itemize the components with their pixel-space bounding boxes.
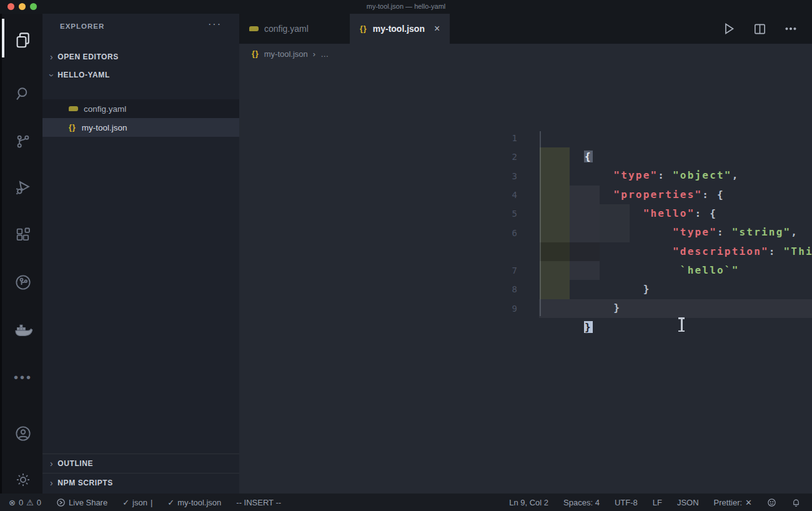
error-icon: ⊗	[9, 498, 16, 507]
breadcrumb: {} my-tool.json › …	[239, 44, 812, 64]
indentation-setting[interactable]: Spaces: 4	[563, 498, 600, 507]
activity-bar: •••	[0, 14, 42, 494]
file-name: config.yaml	[84, 104, 126, 114]
yaml-file-icon	[69, 106, 78, 111]
tab-label: my-tool.json	[373, 24, 425, 34]
json-string: "This is a description for	[784, 246, 812, 257]
vim-mode-indicator[interactable]: -- INSERT --	[236, 498, 281, 507]
line-number: 9	[478, 299, 517, 318]
outline-label: OUTLINE	[57, 459, 93, 468]
close-brace: }	[643, 283, 651, 295]
account-icon[interactable]	[4, 416, 42, 451]
outline-section[interactable]: › OUTLINE	[42, 454, 239, 473]
block-cursor: }	[584, 321, 593, 333]
extensions-icon[interactable]	[4, 217, 42, 252]
editor-actions	[721, 14, 798, 44]
file-item-config-yaml[interactable]: config.yaml	[42, 99, 239, 118]
check-icon: ✓	[122, 498, 129, 507]
warning-icon: ⚠	[26, 498, 34, 507]
line-number: 6	[478, 224, 517, 242]
status-right: Ln 9, Col 2 Spaces: 4 UTF-8 LF JSON Pret…	[509, 498, 801, 507]
mouse-ibeam-cursor	[678, 317, 685, 332]
code-line-9[interactable]: }	[540, 299, 593, 318]
live-share-status[interactable]: Live Share	[56, 498, 107, 507]
file-item-my-tool-json[interactable]: {} my-tool.json	[42, 118, 239, 137]
npm-scripts-label: NPM SCRIPTS	[57, 479, 113, 487]
title-bar: my-tool.json — hello-yaml	[0, 0, 812, 14]
chevron-right-icon: ›	[50, 478, 53, 488]
folder-section[interactable]: › HELLO-YAML	[42, 66, 239, 83]
breadcrumb-file[interactable]: my-tool.json	[264, 49, 308, 59]
search-icon[interactable]	[4, 76, 42, 111]
tab-config-yaml[interactable]: config.yaml	[239, 14, 319, 44]
json-file-icon: {}	[360, 24, 367, 33]
sidebar-title: EXPLORER	[60, 22, 104, 30]
more-actions-icon[interactable]	[783, 21, 798, 36]
encoding-setting[interactable]: UTF-8	[615, 498, 638, 507]
problems-indicator[interactable]: ⊗ 0 ⚠ 0	[9, 498, 41, 507]
vscode-window: my-tool.json — hello-yaml	[0, 0, 812, 511]
code-line-2[interactable]: "type": "object",	[540, 147, 740, 166]
error-count: 0	[19, 498, 23, 507]
settings-gear-icon[interactable]	[4, 462, 42, 497]
explorer-icon[interactable]	[4, 22, 42, 57]
chevron-right-icon: ›	[50, 52, 53, 62]
tab-label: config.yaml	[264, 24, 309, 34]
close-tab-icon[interactable]: ×	[434, 23, 440, 34]
line-number: 8	[478, 280, 517, 299]
punctuation: ,	[732, 169, 740, 181]
line-number: 3	[478, 167, 517, 186]
line-number: 1	[478, 129, 517, 147]
breadcrumb-more[interactable]: …	[320, 49, 329, 59]
run-file-icon[interactable]	[721, 21, 736, 36]
breadcrumb-separator: ›	[313, 49, 315, 59]
code-line-3[interactable]: "properties": {	[540, 167, 725, 186]
code-editor[interactable]: 1 2 3 4 5 6 7 8 9 { "type": "object", "p…	[239, 64, 812, 494]
npm-scripts-section[interactable]: › NPM SCRIPTS	[42, 473, 239, 492]
code-line-6[interactable]: "description": "This is a description fo…	[540, 224, 812, 242]
yaml-file-icon	[249, 26, 259, 31]
json-file-icon: {}	[252, 49, 259, 58]
task-label: json	[132, 498, 147, 507]
status-left: ⊗ 0 ⚠ 0 Live Share ✓ json | ✓ my-tool.js…	[9, 498, 281, 507]
additional-views-icon[interactable]: •••	[4, 360, 42, 395]
code-line-7[interactable]: }	[540, 261, 651, 280]
notifications-bell-icon[interactable]	[791, 498, 801, 507]
separator: |	[151, 498, 152, 507]
cursor-position[interactable]: Ln 9, Col 2	[509, 498, 548, 507]
prettier-state-icon: ✕	[745, 498, 752, 507]
sidebar-header: EXPLORER ···	[42, 14, 239, 40]
open-editors-section[interactable]: › OPEN EDITORS	[42, 48, 239, 65]
feedback-icon[interactable]	[767, 498, 776, 507]
check-icon: ✓	[167, 498, 174, 507]
file-status[interactable]: ✓ my-tool.json	[167, 498, 221, 507]
close-brace: }	[613, 302, 621, 314]
tab-my-tool-json[interactable]: {} my-tool.json ×	[350, 14, 450, 44]
code-line-5[interactable]: "type": "string",	[540, 204, 798, 223]
live-share-label: Live Share	[69, 498, 107, 507]
docker-icon[interactable]	[4, 312, 42, 347]
editor-tab-bar: config.yaml {} my-tool.json ×	[239, 14, 812, 44]
run-debug-icon[interactable]	[4, 170, 42, 205]
live-share-icon	[56, 498, 66, 507]
eol-setting[interactable]: LF	[653, 498, 662, 507]
language-mode[interactable]: JSON	[677, 498, 699, 507]
code-line-8[interactable]: }	[540, 280, 621, 299]
file-status-label: my-tool.json	[177, 498, 221, 507]
file-name: my-tool.json	[82, 123, 127, 132]
json-string: `hello`"	[680, 264, 740, 276]
task-status-json[interactable]: ✓ json |	[122, 498, 152, 507]
line-number: 5	[478, 204, 517, 223]
prettier-label: Prettier:	[714, 498, 743, 507]
chevron-down-icon: ›	[47, 74, 57, 77]
split-editor-icon[interactable]	[753, 22, 767, 36]
source-control-icon[interactable]	[4, 124, 42, 159]
sidebar-more-actions-icon[interactable]: ···	[208, 19, 222, 30]
line-number: 2	[478, 147, 517, 166]
code-line-6-wrapped[interactable]: `hello`"	[540, 242, 740, 261]
prettier-status[interactable]: Prettier: ✕	[714, 498, 752, 507]
code-line-4[interactable]: "hello": {	[540, 186, 717, 204]
live-share-icon[interactable]	[4, 265, 42, 300]
code-line-1[interactable]: {	[540, 129, 593, 147]
line-number: 4	[478, 186, 517, 204]
